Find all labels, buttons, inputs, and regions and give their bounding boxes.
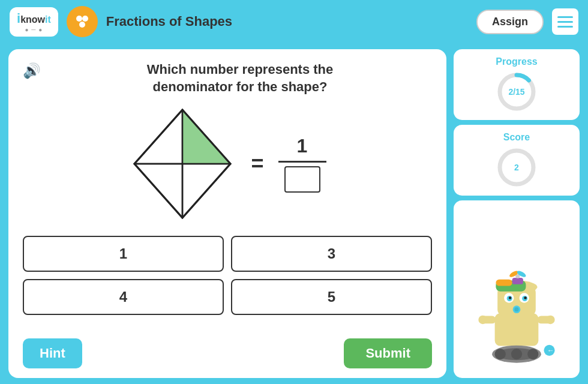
svg-point-2: [79, 22, 85, 28]
question-header: 🔊 Which number represents the denominato…: [23, 61, 432, 95]
svg-rect-22: [496, 280, 512, 286]
bottom-row: Hint Submit: [23, 338, 432, 368]
menu-button[interactable]: [552, 8, 578, 35]
choice-button-5[interactable]: 5: [231, 279, 432, 315]
fraction-denominator-box: [284, 166, 320, 193]
logo-it: it: [45, 14, 51, 25]
svg-point-16: [495, 349, 506, 359]
svg-point-1: [82, 16, 88, 22]
svg-point-38: [546, 316, 555, 325]
logo: iknowit ● ─ ●: [10, 7, 58, 37]
progress-card: Progress 2/15: [454, 49, 580, 120]
activity-title: Fractions of Shapes: [106, 14, 468, 29]
svg-point-32: [524, 296, 527, 299]
svg-point-34: [514, 307, 518, 311]
question-text: Which number represents the denominator …: [48, 61, 432, 95]
progress-value: 2/15: [508, 87, 524, 97]
fraction-line: [278, 161, 326, 163]
score-label: Score: [503, 132, 530, 143]
svg-point-0: [76, 16, 82, 22]
activity-icon: [67, 6, 98, 37]
choice-button-1[interactable]: 1: [23, 236, 224, 272]
choices-grid: 1 3 4 5: [23, 236, 432, 315]
hint-button[interactable]: Hint: [23, 338, 82, 368]
kite-shape: [128, 104, 236, 224]
score-circle: 2: [496, 146, 538, 188]
menu-line-3: [557, 26, 573, 28]
svg-point-17: [511, 349, 522, 359]
equals-sign: =: [251, 151, 263, 176]
progress-label: Progress: [496, 56, 537, 67]
choice-button-3[interactable]: 3: [231, 236, 432, 272]
left-panel: 🔊 Which number represents the denominato…: [8, 49, 446, 378]
svg-rect-13: [495, 313, 539, 346]
svg-text:←: ←: [547, 346, 554, 355]
robot-card: ←: [454, 200, 580, 378]
menu-line-2: [557, 21, 573, 23]
score-card: Score 2: [454, 125, 580, 196]
logo-know: know: [20, 14, 45, 25]
svg-point-31: [509, 296, 512, 299]
logo-tagline: ● ─ ●: [25, 26, 43, 33]
svg-point-37: [478, 316, 487, 325]
progress-circle: 2/15: [496, 71, 538, 113]
header: iknowit ● ─ ● Fractions of Shapes Assign: [0, 0, 588, 43]
assign-button[interactable]: Assign: [476, 10, 544, 34]
submit-button[interactable]: Submit: [344, 338, 432, 368]
menu-line-1: [557, 16, 573, 18]
svg-rect-23: [512, 278, 523, 284]
sound-icon[interactable]: 🔊: [23, 62, 41, 79]
choice-button-4[interactable]: 4: [23, 279, 224, 315]
score-value: 2: [514, 163, 519, 172]
fraction-display: 1: [278, 135, 326, 193]
svg-point-18: [527, 349, 538, 359]
main-area: 🔊 Which number represents the denominato…: [0, 43, 588, 384]
robot-character: ←: [469, 253, 565, 373]
right-panel: Progress 2/15 Score 2: [454, 49, 580, 378]
fraction-numerator: 1: [297, 135, 308, 157]
shape-fraction-row: = 1: [23, 104, 432, 224]
